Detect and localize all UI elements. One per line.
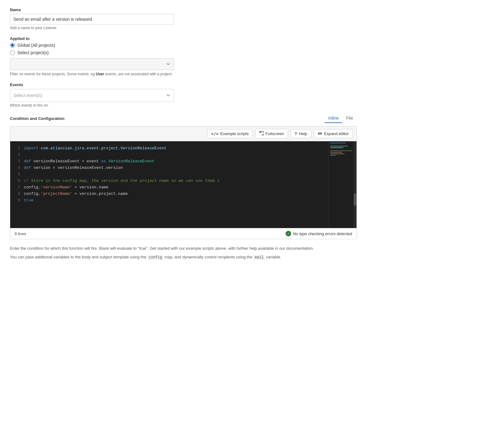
- editor-tab-group: Inline File: [325, 114, 357, 123]
- condition-config-header: Condition and Configuration Inline File: [10, 114, 357, 123]
- help-icon: ?: [295, 131, 297, 136]
- minimap: [329, 141, 353, 228]
- expand-editor-label: Expand editor: [324, 131, 349, 136]
- expand-editor-button[interactable]: Expand editor: [314, 129, 353, 138]
- editor-toolbar: </> Example scripts Fullscreen ? Help: [10, 126, 357, 141]
- filter-hint: Filter on events for these projects. Som…: [10, 72, 174, 76]
- code-line-7: config.'versionName' = version.name: [24, 184, 329, 191]
- bottom-hint-1: Enter the condition for which this funct…: [10, 245, 357, 252]
- name-label: Name: [10, 7, 480, 12]
- condition-config-label: Condition and Configuration: [10, 116, 64, 121]
- code-line-9: true: [24, 197, 329, 204]
- project-select[interactable]: [10, 58, 174, 70]
- radio-select-label: Select project(s): [17, 50, 49, 55]
- line-numbers: 1 2 3 4 5 6 7 8 9: [10, 141, 24, 228]
- editor-container: </> Example scripts Fullscreen ? Help: [10, 126, 357, 239]
- status-badge: ✓ No type checking errors detected: [286, 231, 352, 236]
- code-line-5: [24, 171, 329, 178]
- code-line-3: def versionReleaseEvent = event as Versi…: [24, 158, 329, 165]
- fullscreen-label: Fullscreen: [265, 131, 284, 136]
- bottom-hints: Enter the condition for which this funct…: [10, 245, 357, 260]
- code-line-2: [24, 152, 329, 158]
- check-icon: ✓: [286, 231, 291, 236]
- status-text: No type checking errors detected: [293, 231, 352, 236]
- svg-rect-0: [260, 131, 261, 133]
- scrollbar-track[interactable]: [353, 141, 357, 228]
- help-button[interactable]: ? Help: [291, 129, 311, 138]
- events-section: Events Select event(s) Which events to f…: [10, 82, 480, 108]
- code-line-8: config.'projectName' = version.project.n…: [24, 191, 329, 197]
- code-content[interactable]: import com.atlassian.jira.event.project.…: [24, 141, 329, 228]
- radio-global[interactable]: Global (All projects): [10, 43, 480, 48]
- tab-file[interactable]: File: [342, 114, 357, 123]
- fullscreen-icon: [259, 131, 264, 136]
- code-icon: </>: [211, 131, 218, 136]
- code-line-1: import com.atlassian.jira.event.project.…: [24, 145, 329, 152]
- name-input[interactable]: [10, 14, 174, 24]
- tab-inline[interactable]: Inline: [325, 114, 342, 123]
- applied-to-radio-group: Global (All projects) Select project(s): [10, 43, 480, 55]
- code-line-4: def version = versionReleaseEvent.versio…: [24, 165, 329, 171]
- code-editor[interactable]: 1 2 3 4 5 6 7 8 9 import com.atlassian.j…: [10, 141, 357, 228]
- name-section: Name Add a name to your Listener: [10, 7, 480, 30]
- radio-select-projects[interactable]: Select project(s): [10, 50, 480, 55]
- events-select[interactable]: Select event(s): [10, 89, 174, 102]
- applied-to-label: Applied to: [10, 36, 480, 41]
- condition-config-section: Condition and Configuration Inline File …: [10, 114, 480, 239]
- expand-icon: [318, 131, 322, 136]
- example-scripts-button[interactable]: </> Example scripts: [207, 129, 253, 138]
- line-count: 9 lines: [15, 231, 26, 236]
- editor-footer: 9 lines ✓ No type checking errors detect…: [10, 228, 357, 239]
- radio-global-label: Global (All projects): [17, 43, 55, 48]
- applied-to-section: Applied to Global (All projects) Select …: [10, 36, 480, 76]
- name-hint: Add a name to your Listener: [10, 26, 480, 30]
- events-hint: Which events to fire on.: [10, 103, 480, 108]
- bottom-hint-2: You can pass additional variables to the…: [10, 254, 357, 260]
- help-label: Help: [299, 131, 307, 136]
- example-scripts-label: Example scripts: [220, 131, 249, 136]
- events-label: Events: [10, 82, 480, 87]
- scrollbar-thumb[interactable]: [354, 193, 356, 206]
- fullscreen-button[interactable]: Fullscreen: [255, 129, 288, 138]
- code-line-6: // Store in the config map, the version …: [24, 178, 329, 184]
